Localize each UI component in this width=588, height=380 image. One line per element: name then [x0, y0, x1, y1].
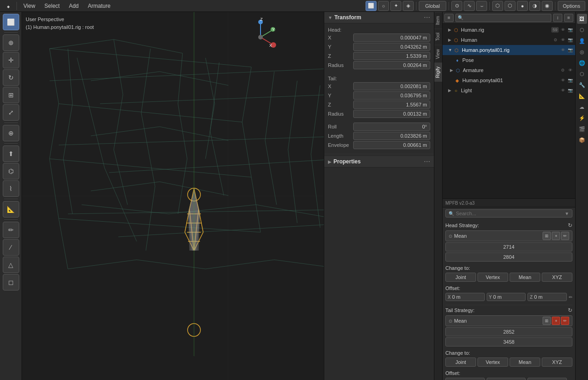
armature-settings-btn[interactable]: ⚙ [560, 67, 566, 73]
head-offset-y-field[interactable]: Y 0 m [487, 293, 526, 301]
tail-change-mean-btn[interactable]: Mean [510, 358, 540, 367]
header-select-tweak-icon[interactable]: ◈ [403, 1, 414, 11]
menu-view[interactable]: View [20, 2, 39, 10]
human-settings-btn[interactable]: ⚙ [552, 37, 559, 43]
head-strategy-num2[interactable]: 2804 [445, 252, 572, 262]
head-strategy-copy-btn[interactable]: ⊞ [543, 232, 551, 240]
tail-y-value[interactable]: 0.036795 m [353, 91, 430, 100]
props-icon-data[interactable]: 🎬 [577, 124, 587, 134]
annotate-line-btn[interactable]: ∕ [3, 239, 19, 256]
head-offset-z-field[interactable]: Z 0 m [527, 293, 567, 301]
props-icon-world[interactable]: 🌐 [577, 58, 587, 68]
head-y-value[interactable]: 0.043262 m [353, 43, 430, 51]
tail-offset-y-field[interactable]: Y 0 m [487, 378, 526, 380]
props-icon-output[interactable]: ⬡ [577, 25, 587, 35]
move-tool-btn[interactable]: ✛ [3, 52, 19, 68]
ponytail01-camera-btn[interactable]: 📷 [567, 77, 573, 84]
head-x-value[interactable]: 0.000047 m [353, 34, 430, 42]
length-value[interactable]: 0.023826 m [353, 132, 430, 140]
roll-value[interactable]: 0° [353, 123, 430, 131]
head-radius-value[interactable]: 0.00264 m [353, 61, 430, 69]
extrude-tool-btn[interactable]: ⬆ [3, 145, 19, 162]
head-z-value[interactable]: 1.5339 m [353, 52, 430, 60]
tab-tool[interactable]: Tool [434, 28, 442, 45]
head-strategy-num1[interactable]: 2714 [445, 242, 572, 251]
header-view-mode-material[interactable]: ◑ [529, 1, 540, 11]
head-strategy-pick-btn[interactable]: ⌖ [552, 232, 560, 240]
head-change-vertex-btn[interactable]: Vertex [477, 273, 508, 282]
measure-tool-btn[interactable]: 📐 [3, 201, 19, 218]
cursor-tool-btn[interactable]: ⊕ [3, 34, 19, 51]
outliner-item-pose[interactable]: ♦ Pose [443, 55, 575, 65]
tail-offset-z-field[interactable]: Z 0 m [527, 378, 567, 380]
properties-collapse-arrow[interactable]: ▶ [328, 159, 332, 164]
expand-arrow-armature[interactable]: ▶ [450, 68, 453, 73]
tail-change-xyz-btn[interactable]: XYZ [542, 358, 572, 367]
transform-options-btn[interactable]: ⋯ [424, 14, 430, 21]
tail-x-value[interactable]: 0.002081 m [353, 82, 430, 90]
outliner-sort-btn[interactable]: ↕ [553, 14, 562, 22]
expand-arrow-light[interactable]: ▶ [448, 88, 451, 93]
tail-strategy-num1[interactable]: 2852 [445, 327, 572, 336]
outliner-item-human-rig[interactable]: ▶ ⬡ Human.rig 59 👁 📷 [443, 25, 575, 35]
bone-tool-btn[interactable]: ⌬ [3, 163, 19, 179]
viewport[interactable]: X Y Z User Perspective (1) Human.ponytai… [22, 12, 434, 380]
head-strategy-refresh-btn[interactable]: ↻ [568, 222, 572, 229]
properties-options-btn[interactable]: ⋯ [424, 158, 430, 165]
tail-strategy-refresh-btn[interactable]: ↻ [568, 307, 572, 313]
props-icon-constraint[interactable]: ⚡ [577, 113, 587, 123]
props-icon-physics[interactable]: ☁ [577, 102, 587, 112]
header-select-box-icon[interactable]: ⬜ [366, 1, 377, 11]
human-camera-btn[interactable]: 📷 [567, 37, 573, 43]
tab-item[interactable]: Item [434, 12, 442, 28]
props-icon-object[interactable]: ⬡ [577, 69, 587, 79]
tail-change-vertex-btn[interactable]: Vertex [477, 358, 508, 367]
header-select-lasso-icon[interactable]: ✦ [390, 1, 401, 11]
props-icon-material[interactable]: 📦 [577, 135, 587, 145]
props-icon-particles[interactable]: 📐 [577, 91, 587, 101]
head-change-joint-btn[interactable]: Joint [445, 273, 476, 282]
header-view-mode-render[interactable]: ◉ [542, 1, 553, 11]
menu-armature[interactable]: Armature [84, 2, 114, 10]
annotate-erase-btn[interactable]: ◻ [3, 274, 19, 291]
select-tool-btn[interactable]: ⬜ [3, 14, 19, 30]
rotate-tool-btn[interactable]: ↻ [3, 69, 19, 86]
relax-tool-btn[interactable]: ⌇ [3, 180, 19, 197]
search-input[interactable] [456, 211, 563, 216]
header-select-circle-icon[interactable]: ○ [378, 1, 389, 11]
transform-tool-btn[interactable]: ⤢ [3, 104, 19, 121]
tail-strategy-num2[interactable]: 3458 [445, 337, 572, 346]
head-offset-x-field[interactable]: X 0 m [445, 293, 485, 301]
props-icon-modifier[interactable]: 🔧 [577, 80, 587, 90]
tail-change-joint-btn[interactable]: Joint [445, 358, 476, 367]
tab-rigify[interactable]: Rigify [434, 62, 442, 82]
header-xray-icon[interactable]: ⬡ [492, 1, 503, 11]
header-prop-edit-icon[interactable]: ∿ [464, 1, 475, 11]
tail-offset-x-field[interactable]: X 0 m [445, 378, 485, 380]
header-global-dropdown[interactable]: Global [419, 1, 446, 11]
outliner-item-ponytail01[interactable]: ◆ Human.ponytail01 👁 📷 [443, 75, 575, 85]
tail-strategy-copy-btn[interactable]: ⊞ [543, 317, 551, 325]
transform-collapse-arrow[interactable]: ▼ [328, 15, 333, 20]
props-icon-scene[interactable]: ◎ [577, 47, 587, 57]
add-tool-btn[interactable]: ⊕ [3, 125, 19, 141]
light-camera-btn[interactable]: 📷 [567, 87, 573, 94]
expand-arrow-human[interactable]: ▶ [448, 38, 451, 42]
head-offset-edit-btn[interactable]: ✏ [569, 295, 572, 300]
menu-add[interactable]: Add [65, 2, 82, 10]
outliner-filter-btn[interactable]: ≡ [444, 14, 454, 22]
rigify-search-bar[interactable]: 🔍 ▼ [445, 209, 572, 218]
head-change-xyz-btn[interactable]: XYZ [542, 273, 572, 282]
light-eye-btn[interactable]: 👁 [560, 87, 566, 94]
armature-eye-btn[interactable]: 👁 [567, 67, 573, 73]
tail-z-value[interactable]: 1.5567 m [353, 101, 430, 109]
annotate-tool-btn[interactable]: ✏ [3, 222, 19, 238]
ponytail01-eye-btn[interactable]: 👁 [560, 77, 566, 84]
human-rig-eye-btn[interactable]: 👁 [560, 27, 566, 33]
outliner-item-human[interactable]: ▶ ⬡ Human ⚙ 👁 📷 [443, 35, 575, 45]
header-overlay-icon[interactable]: ⬡ [505, 1, 516, 11]
header-view-mode-solid[interactable]: ● [517, 1, 528, 11]
envelope-value[interactable]: 0.00661 m [353, 141, 430, 149]
ponytail-rig-eye-btn[interactable]: 👁 [560, 47, 566, 53]
annotate-poly-btn[interactable]: △ [3, 257, 19, 273]
